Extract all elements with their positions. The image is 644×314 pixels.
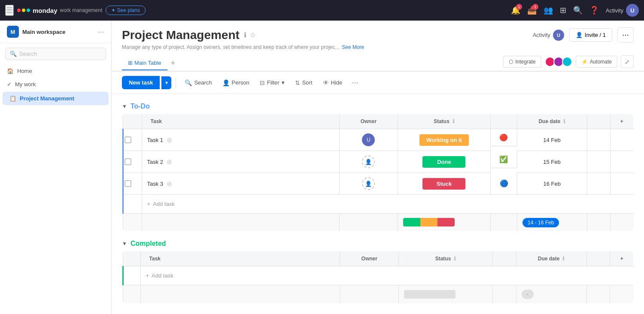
table-row: Task 3 ⊕ 👤 Stuck [123, 173, 634, 195]
workspace-info: M Main workspace [7, 26, 65, 38]
person-filter-button[interactable]: 👤 Person [218, 77, 254, 89]
completed-summary-owner-cell [340, 285, 399, 304]
completed-summary-status-cell [399, 285, 493, 304]
add-task-button-todo[interactable]: + Add task [147, 199, 628, 209]
status-column-header: Statusℹ [398, 114, 491, 129]
invite-button-project[interactable]: 👤 Invite / 1 [569, 28, 612, 42]
sidebar-search-box[interactable]: 🔍 Search [5, 48, 106, 60]
sidebar-item-project-management[interactable]: 📋 Project Management [3, 92, 109, 105]
row-2-priority-icon: ✅ [499, 155, 508, 163]
row-3-owner: 👤 [345, 177, 392, 190]
completed-status-info-icon[interactable]: ℹ [454, 256, 456, 262]
add-task-row-completed: + Add task [123, 266, 634, 285]
person-icon: 👤 [222, 79, 230, 86]
owner-column-header: Owner [340, 114, 398, 129]
completed-date-range-badge: - [522, 290, 534, 299]
new-task-arrow-button[interactable]: ▾ [161, 76, 171, 89]
add-column-header[interactable]: + [610, 114, 633, 129]
completed-header-row: Task Owner Statusℹ Due dateℹ + [123, 251, 634, 266]
add-task-plus-completed: + [146, 272, 149, 279]
row-1-status-badge[interactable]: Working on it [419, 134, 469, 146]
workspace-name: Main workspace [22, 29, 65, 35]
notifications-badge: 1 [516, 4, 522, 10]
invite-icon: 👤 [576, 32, 583, 38]
collapse-button[interactable]: ⤢ [621, 55, 634, 68]
row-2-checkbox-cell [123, 151, 142, 173]
see-more-link[interactable]: See More [342, 44, 364, 50]
completed-summary-empty-cell [586, 285, 610, 304]
todo-summary-row: 14 - 16 Feb [123, 214, 634, 231]
automate-button[interactable]: ⚡ Automate [576, 56, 617, 68]
activity-avatar: U [553, 30, 564, 41]
add-view-button[interactable]: + [167, 56, 179, 70]
view-tabs: ⊞ Main Table + [122, 56, 179, 70]
tab-main-table[interactable]: ⊞ Main Table [122, 56, 167, 70]
invite-button[interactable]: 👥 [544, 6, 553, 15]
row-2-task-name: Task 2 [147, 159, 164, 165]
completed-table-head: Task Owner Statusℹ Due dateℹ + [123, 251, 634, 266]
row-1-add-person[interactable]: ⊕ [167, 136, 172, 144]
star-icon[interactable]: ☆ [250, 31, 256, 39]
main-layout: M Main workspace ⋯ 🔍 Search 🏠 Home ✓ My … [0, 21, 644, 314]
duedate-info-icon[interactable]: ℹ [563, 118, 565, 124]
status-info-icon[interactable]: ℹ [453, 118, 455, 124]
row-1-priority-icon: 🔴 [499, 133, 508, 142]
group-completed-header: ▼ Completed [122, 240, 634, 248]
table-area: ▼ To-Do Task Owner Statusℹ [112, 94, 644, 314]
sidebar-search-placeholder: Search [19, 51, 37, 57]
completed-duedate-column-header: Due dateℹ [516, 251, 586, 266]
apps-button[interactable]: ⊞ [560, 6, 566, 15]
todo-table-body: Task 1 ⊕ U Working on it [123, 129, 634, 231]
completed-duedate-info-icon[interactable]: ℹ [562, 256, 565, 262]
completed-summary-duedate-cell: - [516, 285, 586, 304]
row-checkbox-cell [123, 129, 142, 151]
row-3-checkbox[interactable] [125, 180, 131, 187]
more-options-button[interactable]: ⋯ [348, 76, 362, 89]
row-3-avatar[interactable]: 👤 [362, 177, 375, 190]
activity-button[interactable]: Activity U [606, 4, 639, 17]
notifications-button[interactable]: 🔔 1 [511, 6, 520, 15]
todo-collapse-button[interactable]: ▼ [122, 103, 127, 109]
row-1-task-cell: Task 1 ⊕ [142, 129, 340, 151]
workspace-initial: M [7, 26, 19, 38]
row-2-avatar[interactable]: 👤 [362, 155, 375, 168]
row-1-priority-cell: 🔴 [491, 129, 517, 146]
row-1-avatar[interactable]: U [362, 133, 375, 146]
hide-button[interactable]: 👁 Hide [319, 77, 347, 89]
inbox-button[interactable]: 📥 1 [527, 6, 537, 15]
help-button[interactable]: ❓ [589, 6, 599, 15]
header-options-button[interactable]: ⋯ [617, 27, 634, 42]
grid-menu-button[interactable]: ☰ [5, 5, 14, 16]
new-task-button[interactable]: New task [122, 76, 160, 89]
search-action-button[interactable]: 🔍 Search [180, 77, 216, 89]
sort-button[interactable]: ⇅ Sort [291, 77, 317, 89]
row-1-task-name: Task 1 [147, 137, 164, 143]
info-icon[interactable]: ℹ [244, 31, 246, 39]
search-button[interactable]: 🔍 [573, 6, 583, 15]
sidebar-item-home[interactable]: 🏠 Home [0, 64, 111, 78]
integrate-button[interactable]: ⬡ Integrate [503, 56, 541, 68]
add-task-checkbox-todo [123, 195, 142, 214]
sidebar-item-mywork[interactable]: ✓ My work [0, 78, 111, 91]
see-plans-button[interactable]: ✦ See plans [106, 6, 146, 15]
row-2-status-badge[interactable]: Done [422, 156, 465, 168]
add-task-cell-completed: + Add task [140, 266, 633, 285]
completed-collapse-button[interactable]: ▼ [122, 241, 127, 247]
row-2-add-person[interactable]: ⊕ [167, 158, 172, 166]
completed-add-column-header[interactable]: + [610, 251, 634, 266]
row-3-add-person[interactable]: ⊕ [167, 180, 172, 188]
topnav-left: ☰ monday work management ✦ See plans [5, 5, 507, 16]
row-3-status-badge[interactable]: Stuck [422, 178, 465, 190]
row-2-checkbox[interactable] [125, 158, 131, 165]
row-3-priority-cell: 🔵 [491, 173, 517, 195]
search-action-icon: 🔍 [185, 79, 192, 86]
completed-summary-row: - [123, 285, 634, 304]
filter-button[interactable]: ⊟ Filter ▾ [255, 77, 289, 89]
sidebar-options-icon[interactable]: ⋯ [97, 28, 104, 36]
activity-btn-project[interactable]: Activity U [533, 30, 564, 41]
action-divider-1 [176, 78, 176, 88]
completed-table: Task Owner Statusℹ Due dateℹ + [122, 251, 634, 304]
row-1-checkbox[interactable] [125, 136, 131, 143]
add-task-button-completed[interactable]: + Add task [146, 271, 628, 281]
add-task-row-todo: + Add task [123, 195, 634, 214]
